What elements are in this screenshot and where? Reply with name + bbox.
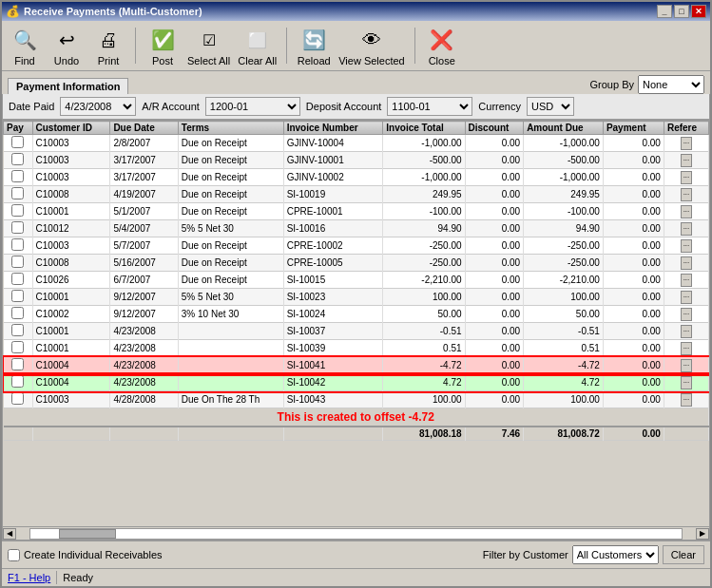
- table-scroll[interactable]: Pay Customer ID Due Date Terms Invoice N…: [3, 121, 709, 526]
- ar-account-select[interactable]: 1200-01: [205, 97, 300, 116]
- pay-checkbox[interactable]: [11, 153, 24, 165]
- refere-button[interactable]: ···: [681, 205, 693, 218]
- cell-refere[interactable]: ···: [664, 391, 708, 408]
- cell-pay[interactable]: [4, 374, 33, 391]
- print-button[interactable]: 🖨 Print: [91, 25, 125, 66]
- refere-button[interactable]: ···: [681, 239, 693, 253]
- refere-button[interactable]: ···: [681, 222, 693, 236]
- cell-refere[interactable]: ···: [664, 152, 708, 169]
- cell-refere[interactable]: ···: [664, 135, 708, 152]
- currency-select[interactable]: USD: [527, 97, 574, 116]
- refere-button[interactable]: ···: [681, 359, 693, 372]
- cell-pay[interactable]: [4, 220, 33, 237]
- cell-pay[interactable]: [4, 255, 33, 272]
- pay-checkbox[interactable]: [11, 307, 24, 319]
- help-link[interactable]: F1 - Help: [8, 572, 50, 583]
- pay-checkbox[interactable]: [11, 273, 24, 285]
- cell-pay[interactable]: [4, 237, 33, 255]
- pay-checkbox[interactable]: [11, 341, 24, 353]
- pay-checkbox[interactable]: [11, 170, 24, 182]
- pay-checkbox[interactable]: [11, 392, 24, 405]
- close-window-button[interactable]: ❌ Close: [425, 25, 459, 66]
- cell-pay[interactable]: [4, 357, 33, 374]
- scroll-thumb[interactable]: [59, 529, 116, 539]
- clear-all-button[interactable]: ⬜ Clear All: [238, 25, 277, 66]
- pay-checkbox[interactable]: [11, 375, 24, 388]
- group-by-select[interactable]: None Customer Date: [638, 75, 704, 94]
- cell-refere[interactable]: ···: [664, 289, 708, 306]
- horizontal-scrollbar[interactable]: ◀ ▶: [3, 526, 709, 540]
- cell-refere[interactable]: ···: [664, 374, 708, 391]
- pay-checkbox[interactable]: [11, 324, 24, 336]
- cell-customer: C10001: [32, 323, 110, 340]
- pay-checkbox[interactable]: [11, 256, 24, 268]
- post-button[interactable]: ✅ Post: [145, 25, 180, 66]
- date-paid-input[interactable]: 4/23/2008: [60, 97, 136, 116]
- close-button[interactable]: ✕: [691, 5, 706, 18]
- refere-button[interactable]: ···: [681, 256, 693, 270]
- cell-pay[interactable]: [4, 152, 33, 169]
- cell-refere[interactable]: ···: [664, 203, 708, 220]
- pay-checkbox[interactable]: [11, 358, 24, 370]
- cell-refere[interactable]: ···: [664, 323, 708, 340]
- refere-button[interactable]: ···: [681, 171, 693, 184]
- pay-checkbox[interactable]: [11, 238, 24, 251]
- cell-pay[interactable]: [4, 306, 33, 323]
- refere-button[interactable]: ···: [681, 154, 693, 167]
- scroll-right-button[interactable]: ▶: [696, 528, 709, 540]
- undo-button[interactable]: ↩ Undo: [49, 25, 84, 66]
- cell-pay[interactable]: [4, 135, 33, 152]
- refere-button[interactable]: ···: [681, 325, 693, 338]
- cell-due-date: 3/17/2007: [110, 152, 178, 169]
- title-bar: 💰 Receive Payments (Multi-Customer) _ □ …: [2, 2, 710, 21]
- maximize-button[interactable]: □: [674, 5, 689, 18]
- scroll-left-button[interactable]: ◀: [3, 528, 16, 540]
- cell-refere[interactable]: ···: [664, 186, 708, 203]
- refere-button[interactable]: ···: [681, 376, 693, 389]
- cell-refere[interactable]: ···: [664, 169, 708, 186]
- select-all-label: Select All: [187, 55, 230, 66]
- refere-button[interactable]: ···: [681, 188, 693, 201]
- undo-label: Undo: [54, 55, 79, 66]
- pay-checkbox[interactable]: [11, 187, 24, 199]
- refere-button[interactable]: ···: [681, 308, 693, 321]
- minimize-button[interactable]: _: [657, 5, 672, 18]
- clear-button[interactable]: Clear: [663, 545, 704, 564]
- view-selected-button[interactable]: 👁 View Selected: [338, 25, 405, 66]
- cell-refere[interactable]: ···: [664, 340, 708, 357]
- pay-checkbox[interactable]: [11, 221, 24, 234]
- cell-refere[interactable]: ···: [664, 272, 708, 289]
- pay-checkbox[interactable]: [11, 204, 24, 217]
- refere-button[interactable]: ···: [681, 137, 693, 150]
- pay-checkbox[interactable]: [11, 290, 24, 302]
- cell-pay[interactable]: [4, 323, 33, 340]
- refere-button[interactable]: ···: [681, 342, 693, 355]
- cell-discount: 0.00: [465, 357, 524, 374]
- select-all-button[interactable]: ☑ Select All: [187, 25, 230, 66]
- cell-pay[interactable]: [4, 169, 33, 186]
- cell-pay[interactable]: [4, 340, 33, 357]
- cell-pay[interactable]: [4, 203, 33, 220]
- pay-checkbox[interactable]: [11, 136, 24, 148]
- cell-pay[interactable]: [4, 391, 33, 408]
- refere-button[interactable]: ···: [681, 291, 693, 304]
- cell-pay[interactable]: [4, 272, 33, 289]
- cell-pay[interactable]: [4, 186, 33, 203]
- cell-refere[interactable]: ···: [664, 237, 708, 255]
- create-individual-checkbox[interactable]: [8, 549, 20, 561]
- deposit-account-select[interactable]: 1100-01: [387, 97, 472, 116]
- cell-amount-due: 94.90: [524, 220, 604, 237]
- reload-button[interactable]: 🔄 Reload: [297, 25, 331, 66]
- cell-pay[interactable]: [4, 289, 33, 306]
- find-button[interactable]: 🔍 Find: [8, 25, 42, 66]
- cell-total: 4.72: [383, 374, 465, 391]
- cell-refere[interactable]: ···: [664, 220, 708, 237]
- cell-refere[interactable]: ···: [664, 255, 708, 272]
- cell-payment: 0.00: [603, 186, 664, 203]
- refere-button[interactable]: ···: [681, 274, 693, 287]
- cell-refere[interactable]: ···: [664, 357, 708, 374]
- tab-payment-information[interactable]: Payment Information: [8, 78, 128, 94]
- filter-customer-select[interactable]: All Customers C10001 C10002 C10003 C1000…: [572, 545, 659, 564]
- refere-button[interactable]: ···: [681, 393, 693, 407]
- cell-refere[interactable]: ···: [664, 306, 708, 323]
